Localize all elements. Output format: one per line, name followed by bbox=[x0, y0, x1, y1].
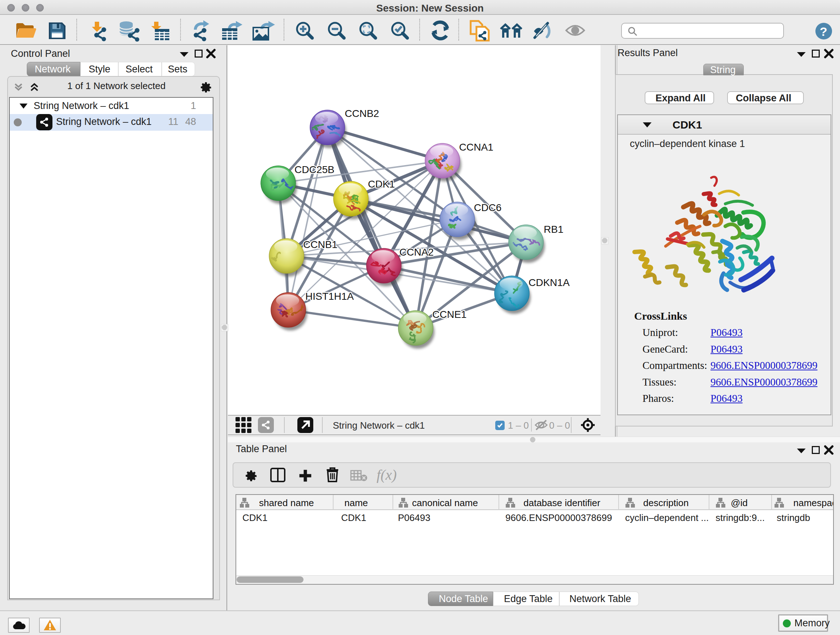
svg-text:CDC25B: CDC25B bbox=[294, 164, 334, 175]
svg-text:CDKN1A: CDKN1A bbox=[529, 277, 570, 288]
svg-text:CCNA2: CCNA2 bbox=[399, 247, 434, 258]
svg-text:CCNB2: CCNB2 bbox=[345, 108, 379, 119]
svg-text:RB1: RB1 bbox=[544, 224, 563, 235]
svg-text:CDK1: CDK1 bbox=[368, 179, 395, 190]
svg-text:CCNA1: CCNA1 bbox=[459, 141, 493, 153]
svg-text:CCNE1: CCNE1 bbox=[432, 309, 467, 320]
svg-text:CCNB1: CCNB1 bbox=[303, 239, 338, 250]
svg-text:CDC6: CDC6 bbox=[474, 202, 501, 213]
svg-text:HIST1H1A: HIST1H1A bbox=[305, 291, 354, 302]
